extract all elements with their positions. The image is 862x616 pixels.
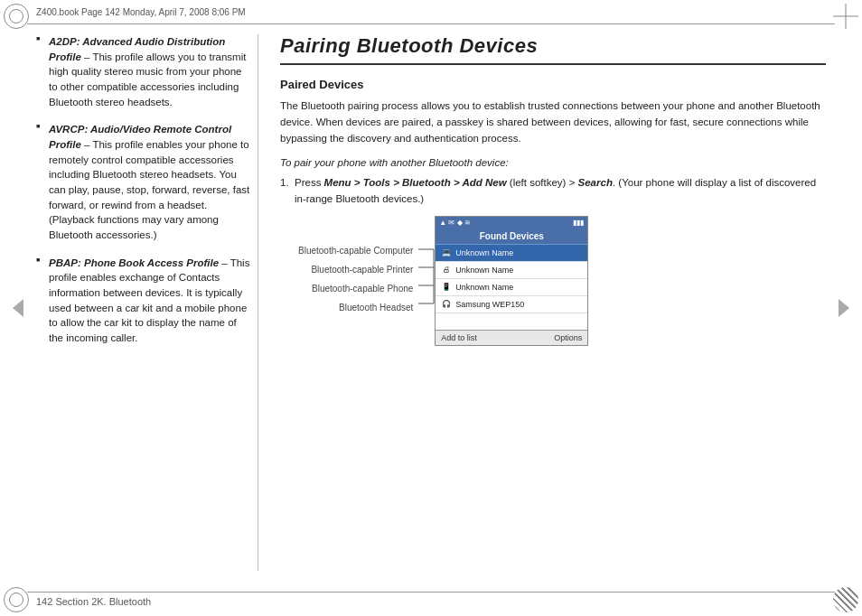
body-text: The Bluetooth pairing process allows you… [280,98,826,146]
item-name-3: Samsung WEP150 [455,300,524,309]
corner-mark-br [833,587,858,612]
avrcp-text: – This profile enables your phone to rem… [49,139,249,240]
computer-icon: 💻 [441,247,452,258]
label-phone: Bluetooth-capable Phone [298,279,413,298]
hline-top [27,23,835,24]
phone-list-item-3[interactable]: 🎧 Samsung WEP150 [436,296,587,313]
steps-list: Press Menu > Tools > Bluetooth > Add New… [280,175,826,207]
label-headset: Bluetooth Headset [298,298,413,317]
bullet-item-avrcp: AVRCP: Audio/Video Remote Control Profil… [36,122,253,242]
section-title: Pairing Bluetooth Devices [280,34,826,65]
corner-mark-tl [4,4,29,29]
connector-lines [418,241,435,312]
item-name-0: Unknown Name [455,248,513,257]
hline-bottom [27,592,835,593]
step1-search: Search [578,177,613,188]
phone-footer: Add to list Options [436,330,587,345]
phone-header: Found Devices [436,229,587,245]
footer-right[interactable]: Options [554,333,582,342]
footer-left[interactable]: Add to list [441,333,477,342]
printer-icon: 🖨 [441,265,452,275]
bullet-item-pbap: PBAP: Phone Book Access Profile – This p… [36,256,253,346]
left-column: A2DP: Advanced Audio Distribution Profil… [36,34,253,571]
phone-list-item-0[interactable]: 💻 Unknown Name [436,245,587,262]
corner-mark-tr [833,4,858,29]
item-name-1: Unknown Name [455,266,513,275]
column-divider [258,34,258,571]
headset-icon: 🎧 [441,299,452,310]
item-name-2: Unknown Name [455,283,513,292]
bullet-list: A2DP: Advanced Audio Distribution Profil… [36,34,253,346]
phone-area: Bluetooth-capable Computer Bluetooth-cap… [298,216,826,346]
mobile-icon: 📱 [441,282,452,293]
pbap-text: – This profile enables exchange of Conta… [49,257,249,343]
phone-screen: ▲ ✉ ◆ ≋ ▮▮▮ Found Devices 💻 Unknown Name… [435,216,588,346]
top-bar: Z400.book Page 142 Monday, April 7, 2008… [36,7,826,17]
phone-device-list: 💻 Unknown Name 🖨 Unknown Name 📱 Unknown … [436,245,587,330]
corner-mark-bl [4,587,29,612]
svg-marker-0 [13,299,23,317]
device-labels: Bluetooth-capable Computer Bluetooth-cap… [298,241,418,317]
step-1: Press Menu > Tools > Bluetooth > Add New… [280,175,826,207]
phone-list-item-2[interactable]: 📱 Unknown Name [436,279,587,296]
svg-marker-1 [839,299,849,317]
step1-menupath: Menu > Tools > Bluetooth > Add New [324,177,507,188]
left-arrow-mark [13,299,23,317]
subsection-title: Paired Devices [280,78,826,91]
status-icons: ▲ ✉ ◆ ≋ [439,219,471,227]
phone-list-spacer [436,313,587,330]
label-computer: Bluetooth-capable Computer [298,241,413,260]
bullet-item-a2dp: A2DP: Advanced Audio Distribution Profil… [36,34,253,109]
header-text: Z400.book Page 142 Monday, April 7, 2008… [36,7,246,17]
right-arrow-mark [839,299,849,317]
page-footer: 142 Section 2K. Bluetooth [36,596,151,607]
pbap-title: PBAP: Phone Book Access Profile [49,257,219,268]
battery-icon: ▮▮▮ [573,219,584,227]
label-printer: Bluetooth-capable Printer [298,260,413,279]
italic-instruction: To pair your phone with another Bluetoot… [280,157,826,168]
phone-status-bar: ▲ ✉ ◆ ≋ ▮▮▮ [436,217,587,229]
right-column: Pairing Bluetooth Devices Paired Devices… [280,34,826,571]
phone-list-item-1[interactable]: 🖨 Unknown Name [436,262,587,279]
